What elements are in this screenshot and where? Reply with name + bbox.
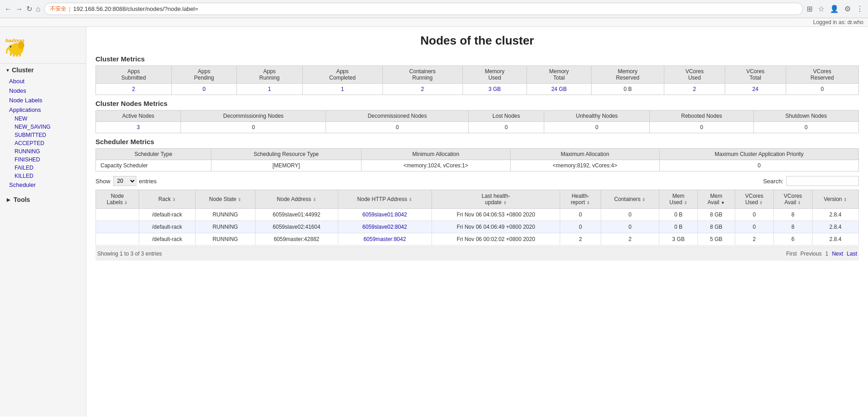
cell-mem-used: 0 B — [659, 221, 697, 233]
cell-last-health-update: Fri Nov 06 00:02:02 +0800 2020 — [431, 233, 560, 246]
cell-containers: 0 — [601, 209, 659, 221]
val-vcores-used[interactable]: 2 — [664, 84, 725, 95]
table-footer: Showing 1 to 3 of 3 entries First Previo… — [95, 246, 859, 261]
th-mem-avail[interactable]: MemAvail ▼ — [697, 190, 735, 209]
reload-button[interactable]: ↻ — [26, 5, 32, 13]
bookmark-icon[interactable]: ☆ — [818, 5, 824, 13]
sidebar-item-nodes[interactable]: Nodes — [0, 86, 86, 95]
cluster-nodes-metrics-table: Active Nodes Decommissioning Nodes Decom… — [95, 110, 859, 133]
col-apps-running: AppsRunning — [236, 66, 302, 84]
th-last-health-update[interactable]: Last health-update ⇕ — [431, 190, 560, 209]
home-button[interactable]: ⌂ — [36, 5, 40, 13]
svg-point-6 — [10, 46, 11, 47]
security-warning: 不安全 — [50, 5, 66, 13]
val-containers-running[interactable]: 2 — [382, 84, 462, 95]
val-apps-completed[interactable]: 1 — [302, 84, 382, 95]
profile-icon[interactable]: 👤 — [830, 5, 839, 13]
val-minimum-allocation: <memory:1024, vCores:1> — [361, 160, 511, 171]
first-label[interactable]: First — [786, 251, 797, 257]
sidebar-item-new[interactable]: NEW — [0, 115, 86, 123]
sidebar-item-new-saving[interactable]: NEW_SAVING — [0, 123, 86, 131]
sidebar-item-finished[interactable]: FINISHED — [0, 156, 86, 164]
back-button[interactable]: ← — [5, 5, 12, 13]
th-node-address[interactable]: Node Address ⇕ — [255, 190, 338, 209]
col-rebooted-nodes: Rebooted Nodes — [650, 111, 753, 122]
sidebar-item-scheduler[interactable]: Scheduler — [0, 180, 86, 190]
val-memory-used[interactable]: 3 GB — [462, 84, 527, 95]
cell-health-report: 0 — [560, 209, 601, 221]
cell-vcores-avail: 6 — [773, 233, 812, 246]
cell-version: 2.8.4 — [812, 209, 858, 221]
th-health-report[interactable]: Health-report ⇕ — [560, 190, 601, 209]
cell-node-state: RUNNING — [195, 221, 255, 233]
svg-rect-5 — [19, 53, 21, 56]
th-node-http-address[interactable]: Node HTTP Address ⇕ — [338, 190, 431, 209]
sidebar-item-killed[interactable]: KILLED — [0, 172, 86, 180]
val-apps-running[interactable]: 1 — [236, 84, 302, 95]
col-vcores-used: VCoresUsed — [664, 66, 725, 84]
logo-area: hadoop — [0, 31, 86, 64]
col-apps-submitted: AppsSubmitted — [96, 66, 172, 84]
cluster-metrics-header: Cluster Metrics — [95, 55, 859, 63]
address-bar[interactable]: 不安全 | 192.168.56.20:8088/cluster/nodes/?… — [44, 3, 803, 15]
cell-containers: 0 — [601, 221, 659, 233]
sidebar-item-node-labels[interactable]: Node Labels — [0, 95, 86, 105]
previous-label[interactable]: Previous — [800, 251, 822, 257]
col-containers-running: ContainersRunning — [382, 66, 462, 84]
svg-text:hadoop: hadoop — [5, 37, 25, 43]
sidebar-item-running[interactable]: RUNNING — [0, 147, 86, 156]
forward-button[interactable]: → — [15, 5, 23, 13]
col-unhealthy-nodes: Unhealthy Nodes — [544, 111, 650, 122]
sidebar-cluster-header[interactable]: ▼ Cluster — [0, 64, 86, 76]
search-input[interactable] — [786, 176, 859, 186]
cell-node-state: RUNNING — [195, 233, 255, 246]
last-link[interactable]: Last — [847, 251, 857, 257]
th-node-labels[interactable]: NodeLabels ⇕ — [96, 190, 139, 209]
sidebar-item-about[interactable]: About — [0, 76, 86, 86]
sidebar-item-failed[interactable]: FAILED — [0, 164, 86, 172]
sidebar-tools-header[interactable]: ► Tools — [0, 193, 86, 206]
sidebar-item-applications[interactable]: Applications — [0, 105, 86, 115]
scheduler-metrics-header: Scheduler Metrics — [95, 138, 859, 146]
translate-icon[interactable]: ⊞ — [807, 5, 813, 13]
entries-select[interactable]: 10 20 25 50 100 — [113, 176, 136, 186]
sidebar-item-accepted[interactable]: ACCEPTED — [0, 139, 86, 147]
val-memory-total[interactable]: 24 GB — [527, 84, 592, 95]
next-link[interactable]: Next — [832, 251, 843, 257]
tools-arrow-icon: ► — [5, 196, 12, 203]
col-decommissioning-nodes: Decommissioning Nodes — [181, 111, 326, 122]
entries-label: entries — [139, 178, 157, 185]
val-unhealthy-nodes: 0 — [544, 122, 650, 133]
cell-node-http-address[interactable]: 6059slave01:8042 — [338, 209, 431, 221]
th-version[interactable]: Version ⇕ — [812, 190, 858, 209]
val-max-cluster-priority: 0 — [660, 160, 859, 171]
cluster-nodes-metrics-header: Cluster Nodes Metrics — [95, 100, 859, 107]
val-vcores-total[interactable]: 24 — [725, 84, 786, 95]
col-memory-total: MemoryTotal — [527, 66, 592, 84]
sidebar-item-submitted[interactable]: SUBMITTED — [0, 131, 86, 139]
th-containers[interactable]: Containers ⇕ — [601, 190, 659, 209]
val-active-nodes[interactable]: 3 — [96, 122, 181, 133]
val-apps-pending[interactable]: 0 — [171, 84, 236, 95]
browser-chrome: ← → ↻ ⌂ 不安全 | 192.168.56.20:8088/cluster… — [0, 0, 868, 18]
app-layout: hadoop ▼ Cluster About Nodes Node Labels… — [0, 27, 868, 417]
hadoop-logo: hadoop — [5, 36, 27, 59]
sidebar: hadoop ▼ Cluster About Nodes Node Labels… — [0, 27, 86, 417]
svg-rect-4 — [16, 53, 18, 56]
col-active-nodes: Active Nodes — [96, 111, 181, 122]
th-node-state[interactable]: Node State ⇕ — [195, 190, 255, 209]
extensions-icon[interactable]: ⚙ — [844, 5, 851, 13]
sidebar-tools-label: Tools — [14, 196, 30, 203]
cell-node-http-address[interactable]: 6059master:8042 — [338, 233, 431, 246]
val-lost-nodes: 0 — [469, 122, 544, 133]
val-apps-submitted[interactable]: 2 — [96, 84, 172, 95]
val-rebooted-nodes: 0 — [650, 122, 753, 133]
th-mem-used[interactable]: MemUsed ⇕ — [659, 190, 697, 209]
th-vcores-avail[interactable]: VCoresAvail ⇕ — [773, 190, 812, 209]
logged-in-bar: Logged in as: dr.who — [0, 18, 868, 27]
menu-icon[interactable]: ⋮ — [856, 5, 863, 13]
th-rack[interactable]: Rack ⇕ — [139, 190, 196, 209]
th-vcores-used[interactable]: VCoresUsed ⇕ — [735, 190, 773, 209]
cell-node-http-address[interactable]: 6059slave02:8042 — [338, 221, 431, 233]
cell-node-address: 6059slave02:41604 — [255, 221, 338, 233]
